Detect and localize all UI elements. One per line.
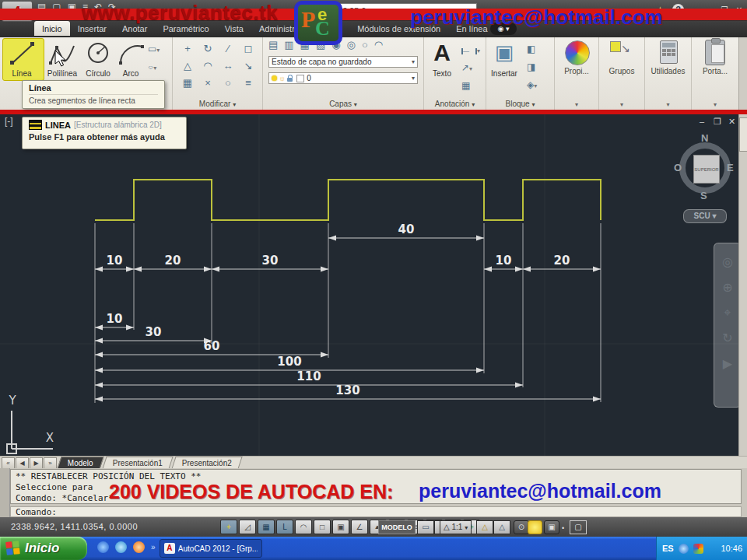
isolate-objects-button[interactable]: ▣	[544, 520, 559, 534]
polar-toggle[interactable]: ◠	[295, 520, 312, 534]
panel-label-modificar[interactable]: Modificar ▾	[173, 100, 262, 108]
panel-label-utilidades[interactable]: Utilidades	[645, 67, 691, 75]
scrollbar-thumb[interactable]	[739, 117, 747, 152]
chevron-down-icon[interactable]: ▾	[599, 101, 644, 108]
chevron-down-icon[interactable]: ▾	[692, 101, 738, 108]
firefox-icon[interactable]	[133, 541, 145, 553]
rotate-icon[interactable]: ↻	[204, 43, 212, 54]
table-tool-button[interactable]: ▦	[461, 78, 480, 92]
tray-app-icon[interactable]	[693, 544, 703, 554]
clock[interactable]: 10:46	[721, 544, 742, 553]
pan-icon[interactable]: ⊕	[722, 280, 732, 295]
taskbar-item-autocad[interactable]: A AutoCAD 2012 - [Grp...	[160, 539, 262, 558]
drawing-vertical-scrollbar[interactable]	[738, 114, 747, 456]
autoscale-button[interactable]: △	[493, 520, 510, 534]
create-block-button[interactable]: ◧	[527, 41, 537, 55]
browser-icon[interactable]	[97, 541, 109, 553]
clipboard-icon[interactable]	[705, 40, 725, 65]
array-icon[interactable]: ▦	[183, 77, 192, 89]
infer-constraints-toggle[interactable]: +	[220, 520, 237, 534]
quicklaunch-overflow-icon[interactable]: »	[151, 543, 156, 551]
snap-toggle[interactable]: ◿	[239, 520, 256, 534]
viewcube-north[interactable]: N	[701, 132, 708, 144]
viewcube-south[interactable]: S	[700, 190, 707, 201]
viewport-controls[interactable]: [-]	[5, 116, 13, 127]
dwg-close-button[interactable]: ✕	[728, 117, 735, 127]
layer-dropdown[interactable]: ☼ 0 ▾	[268, 72, 418, 84]
viewcube-east[interactable]: E	[727, 162, 734, 173]
panel-label-grupos[interactable]: Grupos	[599, 67, 644, 75]
viewcube-face[interactable]: SUPERIOR	[693, 155, 720, 184]
command-line-grip[interactable]	[0, 468, 10, 517]
last-tab-icon[interactable]: »	[44, 457, 57, 469]
layer-off-icon[interactable]: ▥	[284, 39, 293, 51]
viewcube-west[interactable]: O	[674, 162, 682, 173]
language-indicator[interactable]: ES	[662, 544, 674, 553]
panel-label-bloque[interactable]: Bloque ▾	[486, 100, 554, 108]
scu-menu-button[interactable]: SCU ▾	[683, 209, 727, 223]
hardware-accel-bulb-button[interactable]	[528, 520, 542, 534]
drawing-area[interactable]: 102030401020103060100110130YX [-] – ❐ ✕ …	[0, 114, 747, 456]
mirror-icon[interactable]: △	[184, 60, 191, 72]
panel-label-capas[interactable]: Capas ▾	[263, 100, 423, 108]
ortho-toggle[interactable]: L	[276, 520, 293, 534]
chevron-down-icon[interactable]: ▾	[555, 101, 598, 108]
dimension-tool-button[interactable]: —▾	[461, 42, 480, 56]
edit-block-button[interactable]: ◨	[527, 59, 537, 73]
line-button[interactable]: Línea	[5, 40, 39, 75]
rectangle-tool-button[interactable]: ▭▾	[148, 41, 160, 55]
showmotion-icon[interactable]: ▶	[723, 356, 732, 371]
tab-modelo[interactable]: Modelo	[57, 457, 103, 469]
tab-presentacion1[interactable]: Presentación1	[102, 457, 173, 469]
navigation-wheel-icon[interactable]: ◎	[722, 254, 733, 269]
trim-icon[interactable]: ∕	[227, 43, 229, 54]
prev-tab-icon[interactable]: ◀	[16, 457, 29, 469]
otrack-toggle[interactable]: ∠	[351, 520, 368, 534]
groups-icon[interactable]: ↘	[610, 41, 630, 55]
leader-tool-button[interactable]: ↗▾	[461, 60, 480, 74]
erase-icon[interactable]: ×	[205, 77, 211, 89]
offset-icon[interactable]: ≡	[245, 77, 251, 89]
workspace-switch-button[interactable]: ⊙	[514, 520, 529, 534]
panel-label-propiedades[interactable]: Propi...	[555, 67, 598, 75]
explode-icon[interactable]: ○	[225, 77, 231, 89]
layout-quickview-button[interactable]: ▭	[417, 520, 434, 534]
arc-button[interactable]: Arco	[115, 40, 146, 75]
command-input[interactable]: Comando:	[10, 506, 742, 517]
fillet-icon[interactable]: ◠	[203, 60, 212, 72]
layer-walk-icon[interactable]: ◠	[374, 39, 383, 51]
messenger-icon[interactable]	[115, 541, 127, 553]
insert-block-button[interactable]: ▣ Insertar	[488, 40, 521, 75]
tray-messenger-icon[interactable]	[679, 544, 689, 554]
annotation-visibility-button[interactable]: △	[476, 520, 493, 534]
clean-screen-button[interactable]: ▢	[570, 520, 587, 534]
attributes-button[interactable]: ◈▾	[527, 77, 537, 91]
orbit-icon[interactable]: ↻	[722, 331, 732, 345]
grid-toggle[interactable]: ▦	[258, 520, 275, 534]
layer-properties-icon[interactable]: ▤	[268, 39, 278, 51]
layer-prev-icon[interactable]: ○	[362, 39, 368, 51]
calculator-icon[interactable]	[660, 40, 678, 64]
zoom-icon[interactable]: ⌖	[724, 306, 731, 320]
model-space-button[interactable]: MODELO	[378, 520, 416, 534]
start-button[interactable]: Inicio	[0, 537, 87, 560]
ribbon-scroll-strip[interactable]	[738, 37, 747, 110]
stretch-icon[interactable]: ↔	[223, 60, 233, 72]
panel-label-anotacion[interactable]: Anotación ▾	[424, 100, 486, 108]
ellipse-tool-button[interactable]: ○▾	[148, 59, 160, 73]
status-menu-dot[interactable]: •	[562, 524, 564, 532]
annotation-scale-button[interactable]: △ 1:1 ▾	[440, 520, 472, 534]
drawing-canvas[interactable]: 102030401020103060100110130YX	[0, 114, 747, 456]
first-tab-icon[interactable]: «	[2, 457, 15, 469]
move-icon[interactable]: +	[184, 43, 191, 54]
dwg-minimize-button[interactable]: –	[700, 117, 704, 126]
osnap3d-toggle[interactable]: ▣	[332, 520, 349, 534]
layer-state-dropdown[interactable]: Estado de capa no guardado ▾	[268, 56, 418, 68]
ribbon-tab-inicio[interactable]: Inicio	[34, 21, 70, 36]
scale-icon[interactable]: ↘	[244, 60, 253, 72]
text-button[interactable]: A Texto	[427, 40, 457, 75]
dwg-restore-button[interactable]: ❐	[714, 117, 721, 127]
copy-icon[interactable]: ◻	[244, 43, 253, 54]
tab-presentacion2[interactable]: Presentación2	[171, 457, 242, 469]
next-tab-icon[interactable]: ▶	[30, 457, 43, 469]
